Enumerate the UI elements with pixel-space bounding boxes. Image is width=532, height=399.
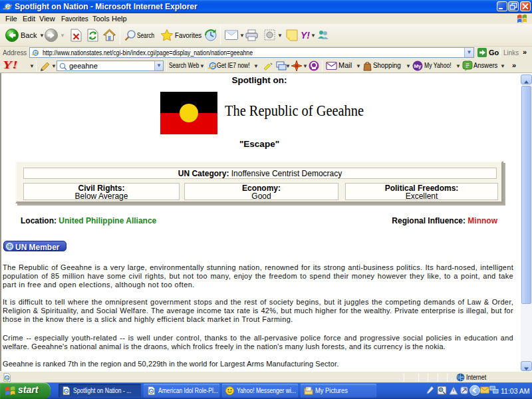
svg-text:My: My	[414, 63, 422, 69]
